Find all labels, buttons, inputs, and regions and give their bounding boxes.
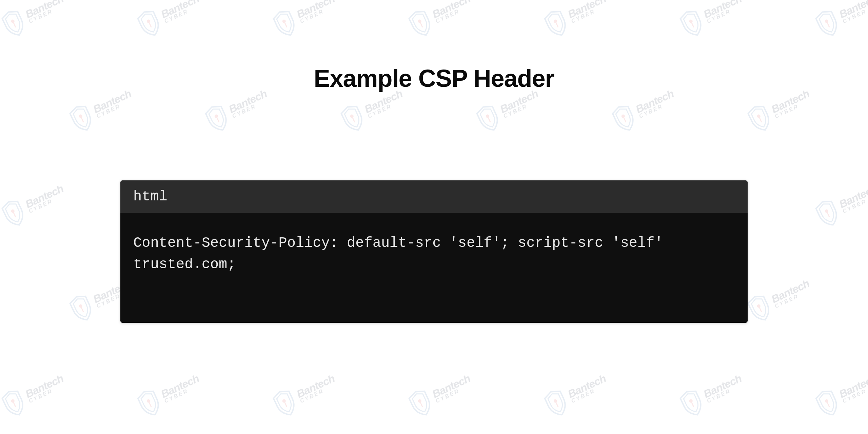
- svg-line-101: [555, 401, 558, 407]
- page-title: Example CSP Header: [314, 64, 554, 92]
- svg-line-93: [13, 401, 16, 407]
- svg-point-92: [11, 399, 15, 403]
- code-block: html Content-Security-Policy: default-sr…: [120, 180, 748, 323]
- svg-point-102: [689, 399, 693, 403]
- svg-point-96: [282, 399, 286, 403]
- svg-point-100: [553, 399, 557, 403]
- svg-point-104: [824, 399, 829, 403]
- svg-point-98: [417, 399, 422, 403]
- svg-line-95: [149, 401, 151, 407]
- svg-line-99: [420, 401, 422, 407]
- svg-line-105: [827, 401, 829, 407]
- svg-point-94: [146, 399, 151, 403]
- svg-line-103: [691, 401, 694, 407]
- code-language-label: html: [120, 180, 748, 213]
- main-content: Example CSP Header html Content-Security…: [0, 0, 868, 323]
- code-content: Content-Security-Policy: default-src 'se…: [120, 213, 748, 323]
- svg-line-97: [284, 401, 287, 407]
